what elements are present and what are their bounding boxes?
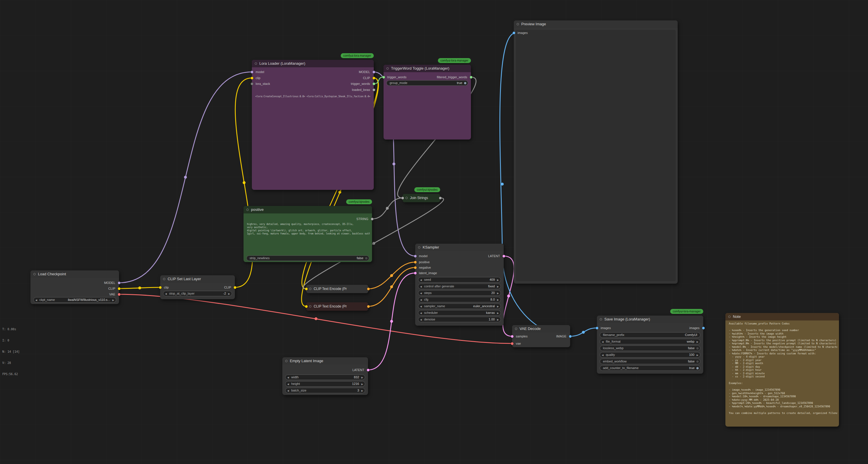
prev-value-arrow-icon[interactable]: ◀ (35, 297, 37, 303)
note-text[interactable]: Available filename_prefix Pattern Codes … (729, 322, 837, 424)
next-value-arrow-icon[interactable]: ▶ (497, 310, 499, 316)
decrement-arrow-icon[interactable]: ◀ (287, 375, 289, 380)
decrement-arrow-icon[interactable]: ◀ (165, 291, 167, 297)
node-title-bar[interactable]: Join Strings (403, 194, 440, 202)
node-clip-set-last-layer[interactable]: CLIP Set Last Layer clip CLIP ◀ stop_at_… (160, 275, 235, 299)
node-title-bar[interactable]: CLIP Set Last Layer (160, 275, 235, 283)
output-slot-string[interactable] (439, 197, 442, 199)
output-slot-image[interactable] (569, 335, 571, 338)
output-slot-conditioning[interactable] (367, 288, 370, 290)
input-slot-vae[interactable] (511, 342, 514, 345)
increment-arrow-icon[interactable]: ▶ (497, 291, 499, 296)
output-slot-string[interactable] (371, 218, 373, 220)
collapse-icon[interactable] (405, 197, 408, 199)
widget-denoise[interactable]: ◀ denoise 1.00 ▶ (418, 317, 501, 322)
widget-stop-at-clip-layer[interactable]: ◀ stop_at_clip_layer -2 ▶ (163, 291, 232, 296)
input-slot-trigger-words[interactable] (382, 76, 385, 79)
collapse-icon[interactable] (246, 208, 249, 211)
node-preview-image[interactable]: Preview Image images (514, 21, 678, 284)
input-slot-strings[interactable] (401, 197, 404, 199)
node-load-checkpoint[interactable]: Load Checkpoint MODEL CLIP VAE ◀ ckpt_na… (30, 270, 119, 304)
widget-batch-size[interactable]: ◀ batch_size 3 ▶ (285, 388, 365, 393)
decrement-arrow-icon[interactable]: ◀ (420, 317, 422, 322)
graph-canvas[interactable]: T: 0.00s I: 0 N: 14 [14] V: 28 FPS:56.62… (0, 0, 868, 464)
next-value-arrow-icon[interactable]: ▶ (696, 339, 699, 345)
decrement-arrow-icon[interactable]: ◀ (420, 297, 422, 302)
collapse-icon[interactable] (285, 360, 287, 362)
collapse-icon[interactable] (386, 67, 389, 69)
prev-value-arrow-icon[interactable]: ◀ (602, 339, 603, 345)
input-slot-lora-stack[interactable] (251, 83, 253, 85)
node-title-bar[interactable]: Note (725, 313, 839, 320)
input-slot-model[interactable] (251, 71, 253, 74)
decrement-arrow-icon[interactable]: ◀ (420, 277, 422, 283)
toggle-indicator-icon[interactable] (365, 257, 367, 259)
widget-strip-newlines[interactable]: strip_newlines false (246, 256, 369, 261)
input-slot-images[interactable] (513, 32, 515, 34)
widget-control-after-generate[interactable]: ◀ control after generate fixed ▶ (418, 284, 501, 289)
output-slot-vae[interactable] (118, 293, 121, 296)
widget-filename-prefix[interactable]: filename_prefix ComfyUI (600, 332, 701, 338)
widget-file-format[interactable]: ◀ file_format webp ▶ (600, 339, 701, 344)
output-slot-images[interactable] (702, 327, 705, 329)
input-slot-clip[interactable] (159, 286, 162, 289)
widget-height[interactable]: ◀ height 1216 ▶ (285, 381, 365, 387)
toggle-indicator-icon[interactable] (696, 360, 699, 363)
collapse-icon[interactable] (309, 305, 311, 308)
next-value-arrow-icon[interactable]: ▶ (497, 284, 499, 289)
output-slot-latent[interactable] (503, 255, 505, 257)
node-lora-loader[interactable]: comfyui-lora-manager Lora Loader (LoraMa… (252, 60, 374, 190)
widget-group-mode[interactable]: group_mode true (386, 80, 468, 86)
widget-seed[interactable]: ◀ seed 409 ▶ (418, 277, 501, 283)
node-triggerword-toggle[interactable]: comfyui-lora-manager TriggerWord Toggle … (383, 65, 471, 140)
widget-quality[interactable]: ◀ quality 100 ▶ (600, 352, 701, 357)
node-empty-latent-image[interactable]: Empty Latent Image LATENT ◀ width 832 ▶ … (282, 357, 368, 395)
increment-arrow-icon[interactable]: ▶ (362, 388, 363, 394)
widget-ckpt-name[interactable]: ◀ ckpt_name ilwaiNSFWIllustrious_v110.s.… (33, 297, 116, 302)
next-value-arrow-icon[interactable]: ▶ (497, 304, 499, 309)
node-title-bar[interactable]: CLIP Text Encode (Pr (306, 285, 368, 293)
node-title-bar[interactable]: KSampler (415, 244, 504, 251)
input-slot-clip[interactable] (305, 305, 308, 308)
widget-sampler-name[interactable]: ◀ sampler_name euler_ancestral ▶ (418, 303, 501, 309)
increment-arrow-icon[interactable]: ▶ (362, 381, 363, 387)
increment-arrow-icon[interactable]: ▶ (362, 375, 363, 380)
output-slot-clip[interactable] (234, 286, 236, 289)
node-join-strings[interactable]: comfyui-kjnodes Join Strings (403, 194, 440, 202)
node-title-bar[interactable]: CLIP Text Encode (Pr (306, 302, 368, 311)
widget-lossless-webp[interactable]: lossless_webp false (600, 346, 701, 351)
collapse-icon[interactable] (33, 273, 36, 275)
collapse-icon[interactable] (517, 23, 519, 25)
node-title-bar[interactable]: Preview Image (514, 21, 678, 28)
collapse-icon[interactable] (418, 246, 420, 249)
prev-value-arrow-icon[interactable]: ◀ (420, 284, 422, 289)
lora-syntax-text[interactable]: <lora:CreateConcept_Illustrious:0.8> <lo… (255, 95, 371, 100)
collapse-icon[interactable] (163, 278, 165, 280)
output-slot-model[interactable] (373, 71, 375, 74)
collapse-icon[interactable] (600, 318, 602, 320)
node-title-bar[interactable]: TriggerWord Toggle (LoraManager) (383, 65, 471, 72)
collapse-icon[interactable] (515, 328, 517, 330)
next-value-arrow-icon[interactable]: ▶ (113, 297, 114, 303)
widget-embed-workflow[interactable]: embed_workflow false (600, 359, 701, 364)
input-slot-samples[interactable] (511, 335, 514, 338)
node-save-image[interactable]: comfyui-lora-manager Save Image (LoraMan… (597, 316, 703, 374)
node-title-bar[interactable]: Save Image (LoraManager) (597, 316, 703, 323)
decrement-arrow-icon[interactable]: ◀ (602, 352, 603, 358)
node-positive-prompt[interactable]: comfyui-kjnodes positive STRING highres,… (244, 206, 372, 262)
increment-arrow-icon[interactable]: ▶ (696, 352, 699, 358)
node-vae-decode[interactable]: VAE Decode samples IMAGE vae (512, 325, 570, 347)
input-slot-negative[interactable] (414, 266, 416, 269)
increment-arrow-icon[interactable]: ▶ (497, 297, 499, 302)
prev-value-arrow-icon[interactable]: ◀ (420, 310, 422, 316)
output-slot-model[interactable] (118, 282, 121, 284)
input-slot-images[interactable] (596, 327, 598, 329)
output-slot-trigger-words[interactable] (373, 83, 375, 85)
input-slot-latent-image[interactable] (414, 272, 416, 274)
widget-cfg[interactable]: ◀ cfg 8.0 ▶ (418, 297, 501, 302)
output-slot-conditioning[interactable] (367, 305, 370, 308)
node-title-bar[interactable]: Load Checkpoint (30, 270, 119, 278)
node-title-bar[interactable]: Lora Loader (LoraManager) (252, 60, 374, 67)
increment-arrow-icon[interactable]: ▶ (497, 317, 499, 322)
node-title-bar[interactable]: Empty Latent Image (282, 357, 368, 365)
